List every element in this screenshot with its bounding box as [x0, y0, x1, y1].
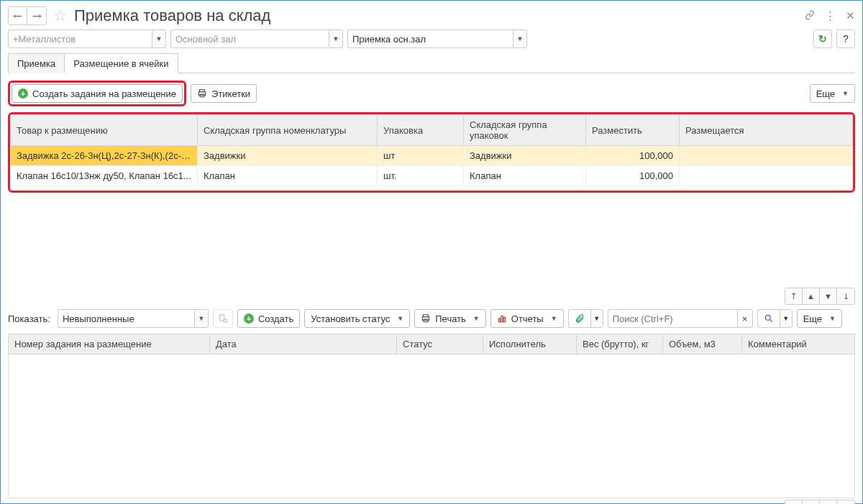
filters-row: ▼ ▼ ▼ ↻ ? — [8, 29, 855, 48]
tasks-table-body[interactable] — [8, 354, 855, 498]
chevron-down-icon: ▼ — [842, 90, 849, 97]
col-weight[interactable]: Вес (брутто), кг — [577, 334, 663, 354]
show-dropdown-button[interactable]: ▼ — [194, 309, 209, 328]
room-input[interactable] — [170, 29, 329, 48]
search-icon — [764, 313, 774, 324]
room-combo[interactable]: ▼ — [170, 29, 343, 48]
search-dropdown[interactable]: ▼ — [780, 309, 793, 328]
set-status-label: Установить статус — [311, 313, 390, 324]
reports-label: Отчеты — [511, 313, 544, 324]
chevron-down-icon: ▼ — [551, 315, 557, 322]
reports-button[interactable]: Отчеты ▼ — [490, 309, 564, 328]
more-bottom-button[interactable]: Еще ▼ — [797, 309, 842, 328]
chevron-down-icon: ▼ — [829, 315, 836, 322]
col-group-nom[interactable]: Складская группа номенклатуры — [198, 115, 378, 146]
scroll-down-icon[interactable]: ▼ — [820, 288, 837, 304]
plus-icon: + — [244, 313, 254, 324]
chevron-down-icon: ▼ — [397, 315, 403, 322]
search-clear-icon[interactable]: × — [737, 309, 753, 328]
cell-item: Клапан 16с10/13нж ду50, Клапан 16с1... — [11, 166, 198, 186]
show-label: Показать: — [8, 313, 53, 324]
col-task-no[interactable]: Номер задания на размещение — [9, 334, 210, 354]
warehouse-input[interactable] — [8, 29, 152, 48]
attachment-icon — [575, 313, 585, 324]
col-pack[interactable]: Упаковка — [378, 115, 464, 146]
labels-label: Этикетки — [211, 88, 250, 99]
scroll-top-icon[interactable]: ⤒ — [785, 288, 803, 304]
warehouse-dropdown-button[interactable]: ▼ — [152, 29, 166, 48]
svg-rect-10 — [503, 317, 505, 321]
search-input[interactable] — [608, 309, 737, 328]
zone-input[interactable] — [347, 29, 513, 48]
link-icon[interactable] — [805, 10, 815, 22]
show-combo[interactable]: ▼ — [58, 309, 209, 328]
svg-rect-8 — [498, 319, 500, 322]
more-top-label: Еще — [816, 88, 835, 99]
tab-receiving[interactable]: Приемка — [8, 53, 65, 73]
create-task-button[interactable]: + Создать задания на размещение — [12, 84, 183, 103]
scroll-down-icon[interactable]: ▼ — [820, 500, 837, 504]
titlebar: 🡐 🡒 ☆ Приемка товаров на склад ⋮ ✕ — [8, 6, 855, 25]
open-button[interactable] — [213, 309, 233, 328]
more-top-button[interactable]: Еще ▼ — [810, 84, 855, 103]
more-bottom-label: Еще — [803, 313, 822, 324]
tab-placement[interactable]: Размещение в ячейки — [64, 53, 178, 73]
cell-group-pack: Задвижки — [464, 146, 586, 166]
col-item[interactable]: Товар к размещению — [11, 115, 198, 146]
zone-combo[interactable]: ▼ — [347, 29, 527, 48]
kebab-menu-icon[interactable]: ⋮ — [825, 9, 836, 22]
print-label: Печать — [435, 313, 466, 324]
scroll-up-icon[interactable]: ▲ — [803, 288, 820, 304]
grid2-nav: ⤒ ▲ ▼ ⤓ — [8, 498, 855, 504]
col-group-pack[interactable]: Складская группа упаковок — [464, 115, 586, 146]
zone-dropdown-button[interactable]: ▼ — [513, 29, 527, 48]
cell-pack: шт. — [378, 166, 464, 186]
favorite-star-icon[interactable]: ☆ — [51, 6, 70, 25]
help-button[interactable]: ? — [836, 29, 855, 48]
table-row[interactable]: Задвижка 2с-26-3н(Ц),2с-27-3н(К),(2с-2..… — [11, 146, 853, 166]
close-icon[interactable]: ✕ — [846, 9, 855, 22]
plus-icon: + — [18, 88, 28, 98]
toolbar-bottom: Показать: ▼ + Создать Установить статус … — [8, 309, 855, 328]
cell-placing — [680, 146, 853, 166]
cell-group-pack: Клапан — [464, 166, 586, 186]
col-placing[interactable]: Размещается — [680, 115, 853, 146]
attach-dropdown[interactable]: ▼ — [590, 309, 603, 328]
search-box[interactable]: × — [608, 309, 753, 328]
search-go-button[interactable]: ▼ — [757, 309, 793, 328]
col-status[interactable]: Статус — [397, 334, 483, 354]
nav-back-button[interactable]: 🡐 — [9, 7, 27, 24]
labels-button[interactable]: Этикетки — [191, 84, 257, 103]
room-dropdown-button[interactable]: ▼ — [329, 29, 343, 48]
page-title: Приемка товаров на склад — [74, 6, 270, 25]
scroll-up-icon[interactable]: ▲ — [803, 500, 820, 504]
cell-pack: шт — [378, 146, 464, 166]
highlight-create-task: + Создать задания на размещение — [8, 81, 186, 106]
set-status-button[interactable]: Установить статус ▼ — [304, 309, 410, 328]
col-to-place[interactable]: Разместить — [586, 115, 680, 146]
scroll-bottom-icon[interactable]: ⤓ — [837, 288, 854, 304]
create-label: Создать — [258, 313, 293, 324]
col-executor[interactable]: Исполнитель — [483, 334, 577, 354]
show-input[interactable] — [58, 309, 194, 328]
scroll-bottom-icon[interactable]: ⤓ — [837, 500, 854, 504]
cell-group-nom: Задвижки — [198, 146, 378, 166]
cell-to-place: 100,000 — [586, 166, 680, 186]
nav-forward-button[interactable]: 🡒 — [27, 7, 46, 24]
col-date[interactable]: Дата — [210, 334, 397, 354]
col-comment[interactable]: Комментарий — [742, 334, 855, 354]
items-table[interactable]: Товар к размещению Складская группа номе… — [10, 114, 853, 186]
scroll-top-icon[interactable]: ⤒ — [785, 500, 803, 504]
warehouse-combo[interactable]: ▼ — [8, 29, 166, 48]
print-button[interactable]: Печать ▼ — [414, 309, 486, 328]
table-row[interactable]: Клапан 16с10/13нж ду50, Клапан 16с1... К… — [11, 166, 853, 186]
tasks-table[interactable]: Номер задания на размещение Дата Статус … — [8, 334, 855, 354]
refresh-button[interactable]: ↻ — [813, 29, 832, 48]
svg-point-11 — [765, 315, 770, 320]
attach-button[interactable]: ▼ — [568, 309, 603, 328]
create-button[interactable]: + Создать — [237, 309, 300, 328]
grid1-nav: ⤒ ▲ ▼ ⤓ — [8, 286, 855, 306]
svg-rect-9 — [501, 316, 503, 322]
cell-placing — [680, 166, 853, 186]
col-volume[interactable]: Объем, м3 — [663, 334, 742, 354]
